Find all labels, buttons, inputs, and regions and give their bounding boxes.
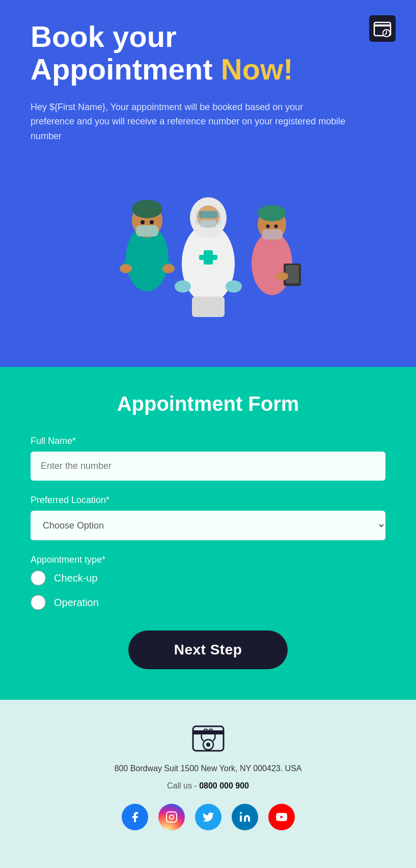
- appointment-type-label: Appointment type*: [31, 555, 385, 565]
- hero-title-line1: Book your: [31, 20, 177, 53]
- hero-subtitle: Hey ${First Name}, Your appointment will…: [31, 100, 346, 144]
- svg-rect-44: [240, 816, 242, 822]
- radio-operation-input[interactable]: [31, 595, 46, 610]
- hero-section: Book your Appointment Now! Hey ${First N…: [0, 0, 416, 367]
- footer-address: 800 Bordway Suit 1500 New York, NY 00042…: [115, 764, 302, 773]
- svg-point-9: [141, 220, 145, 224]
- hero-title-line2: Appointment: [31, 52, 221, 86]
- twitter-icon[interactable]: [195, 804, 221, 830]
- svg-rect-25: [192, 297, 225, 317]
- svg-point-40: [206, 743, 210, 747]
- svg-point-13: [120, 264, 132, 273]
- svg-rect-33: [286, 265, 299, 283]
- radio-checkup-item[interactable]: Check-up: [31, 570, 385, 586]
- svg-point-10: [150, 220, 154, 224]
- full-name-label: Full Name*: [31, 436, 385, 446]
- form-section: Appointment Form Full Name* Preferred Lo…: [0, 367, 416, 700]
- svg-rect-29: [262, 229, 283, 240]
- instagram-icon[interactable]: [158, 804, 185, 830]
- svg-rect-1: [374, 24, 391, 27]
- svg-point-7: [132, 200, 162, 218]
- radio-operation-item[interactable]: Operation: [31, 595, 385, 610]
- svg-point-31: [274, 224, 278, 228]
- footer-call-label: Call us -: [167, 781, 197, 790]
- svg-rect-36: [193, 730, 224, 734]
- radio-group: Check-up Operation: [31, 570, 385, 610]
- svg-rect-41: [167, 812, 177, 822]
- svg-point-42: [170, 815, 174, 819]
- hero-logo-icon: [369, 15, 396, 42]
- svg-point-23: [175, 280, 191, 293]
- hero-image: [31, 159, 385, 322]
- next-step-button[interactable]: Next Step: [128, 630, 288, 669]
- location-select[interactable]: Choose Option New York Los Angeles Chica…: [31, 511, 385, 540]
- svg-point-45: [240, 812, 242, 814]
- social-icons-group: [122, 804, 295, 830]
- svg-point-14: [162, 264, 175, 273]
- svg-point-30: [266, 224, 269, 228]
- svg-point-24: [226, 280, 242, 293]
- svg-rect-17: [204, 250, 213, 265]
- svg-rect-21: [199, 211, 217, 218]
- location-group: Preferred Location* Choose Option New Yo…: [31, 495, 385, 540]
- facebook-icon[interactable]: [122, 804, 148, 830]
- radio-operation-label: Operation: [54, 597, 99, 609]
- footer-phone: Call us - 0800 000 900: [167, 781, 249, 791]
- youtube-icon[interactable]: [268, 804, 295, 830]
- appointment-type-group: Appointment type* Check-up Operation: [31, 555, 385, 610]
- full-name-group: Full Name*: [31, 436, 385, 481]
- linkedin-icon[interactable]: [232, 804, 258, 830]
- svg-point-34: [276, 272, 288, 280]
- hero-title: Book your Appointment Now!: [31, 20, 385, 86]
- footer: 800 Bordway Suit 1500 New York, NY 00042…: [0, 700, 416, 851]
- radio-checkup-label: Check-up: [54, 572, 98, 584]
- hero-title-highlight: Now!: [221, 52, 293, 86]
- svg-point-43: [174, 814, 175, 815]
- radio-checkup-input[interactable]: [31, 570, 46, 586]
- footer-logo-icon: [190, 720, 226, 756]
- svg-rect-22: [200, 220, 216, 227]
- form-title: Appointment Form: [31, 392, 385, 415]
- svg-point-28: [258, 205, 286, 221]
- full-name-input[interactable]: [31, 452, 385, 481]
- footer-phone-number: 0800 000 900: [199, 781, 249, 790]
- location-label: Preferred Location*: [31, 495, 385, 506]
- svg-rect-35: [193, 726, 224, 751]
- svg-rect-8: [136, 225, 158, 236]
